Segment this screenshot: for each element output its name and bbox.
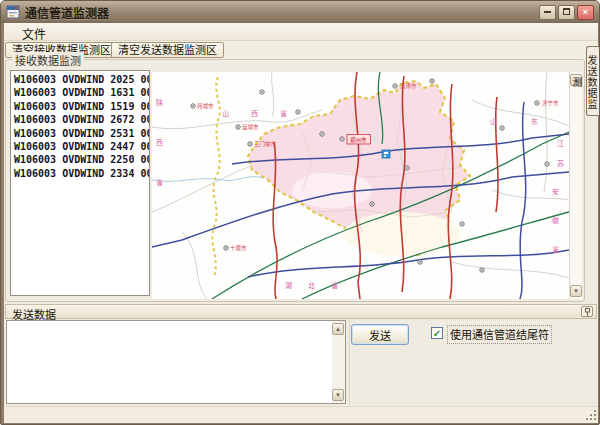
minimize-button[interactable] (539, 5, 556, 20)
city-marker-dot (501, 127, 503, 129)
map-label: 山西省 (222, 109, 309, 118)
list-item[interactable]: W106003 OVDWIND 2531 0015 99 (14, 127, 149, 140)
list-item[interactable]: W106003 OVDWIND 2025 0028 99 (14, 73, 149, 86)
send-input-scrollbar[interactable]: ▲ ▼ (332, 321, 345, 403)
send-panel-header[interactable]: 发送数据 (5, 304, 597, 319)
send-input[interactable] (7, 321, 331, 403)
resize-grip-icon[interactable] (586, 410, 596, 420)
map-label: 运城市 (242, 123, 259, 131)
list-item[interactable]: W106003 OVDWIND 2250 0026 99 (14, 153, 149, 166)
city-marker-dot (237, 126, 239, 128)
map-label: 济宁市 (542, 99, 559, 107)
city-marker-dot (341, 138, 343, 140)
map-label: 省 (552, 245, 559, 254)
list-item[interactable]: W106003 OVDWIND 2447 0024 99 (14, 140, 149, 153)
map-view[interactable]: 山西省山东陕西省安徽省江苏湖北省韩城市运城市三门峡市十堰市菏泽市济宁市郑州市 ▲… (152, 72, 582, 299)
statusbar (4, 406, 598, 423)
close-button[interactable]: × (577, 5, 594, 20)
map-label: 安 (552, 187, 559, 196)
send-input-wrap: ▲ ▼ (6, 320, 346, 404)
receive-groupbox: 接收数据监测 W106003 OVDWIND 2025 0028 99 W106… (5, 59, 585, 302)
map-label: 徽 (552, 216, 559, 225)
app-icon (6, 5, 20, 19)
map-scrollbar[interactable]: ▲ ▼ (569, 72, 582, 299)
arrow-down-icon[interactable]: ▼ (332, 389, 344, 401)
map-label: 郑州市 (350, 136, 367, 144)
city-marker-dot (461, 223, 463, 225)
list-item[interactable]: W106003 OVDWIND 2334 0022 99 (14, 167, 149, 180)
arrow-down-icon: ▼ (573, 288, 579, 294)
city-marker-dot (546, 163, 548, 165)
minimize-icon (544, 11, 551, 13)
selected-marker-detail (384, 155, 386, 157)
city-marker-dot (371, 203, 373, 205)
list-item[interactable]: W106003 OVDWIND 2672 0013 99 (14, 113, 149, 126)
send-monitor-tab[interactable]: 发送数据监测 (586, 46, 599, 116)
map-label: 菏泽市 (400, 82, 417, 90)
map-label: 省 (156, 178, 163, 187)
map-label: 韩城市 (197, 102, 214, 110)
map-image: 山西省山东陕西省安徽省江苏湖北省韩城市运城市三门峡市十堰市菏泽市济宁市郑州市 (152, 72, 569, 299)
receive-data-list[interactable]: W106003 OVDWIND 2025 0028 99 W106003 OVD… (10, 70, 150, 296)
pin-icon (584, 308, 591, 316)
map-selected-marker[interactable] (382, 150, 390, 158)
city-marker-dot (431, 80, 433, 82)
terminator-checkbox[interactable]: ✓ (431, 327, 443, 339)
arrow-up-icon[interactable]: ▲ (332, 323, 344, 335)
send-button[interactable]: 发送 (351, 324, 409, 345)
map-label: 苏 (557, 159, 564, 168)
receive-group-title: 接收数据监测 (12, 52, 84, 68)
terminator-checkbox-label[interactable]: 使用通信管道结尾符 (447, 325, 552, 344)
clear-send-button[interactable]: 清空发送数据监测区 (111, 42, 224, 58)
city-marker-dot (225, 247, 227, 249)
city-marker-dot (481, 269, 483, 271)
map-label: 陕 (156, 98, 163, 107)
selected-marker-detail (384, 152, 388, 154)
app-window: 通信管道监测器 × 文件 清空接收数据监测区 清空发送数据监测区 接收数据监测 … (0, 0, 600, 425)
close-icon: × (583, 7, 588, 17)
menubar: 文件 (4, 23, 598, 41)
city-marker-dot (192, 105, 194, 107)
city-marker-dot (249, 143, 251, 145)
scroll-down-button[interactable]: ▼ (570, 285, 582, 297)
map-label: 山东 (490, 117, 569, 126)
city-marker-dot (321, 133, 323, 135)
city-marker-dot (406, 167, 408, 169)
panel-splitter[interactable] (349, 320, 350, 404)
list-item[interactable]: W106003 OVDWIND 1519 0021 99 (14, 100, 149, 113)
window-title: 通信管道监测器 (25, 4, 109, 21)
map-label: 西 (156, 139, 163, 147)
map-label: 湖北省 (285, 281, 354, 290)
map-label: 三门峡市 (254, 140, 277, 148)
city-marker-dot (536, 102, 538, 104)
titlebar[interactable]: 通信管道监测器 × (1, 1, 599, 23)
client-area: 文件 清空接收数据监测区 清空发送数据监测区 接收数据监测 W106003 OV… (4, 23, 598, 423)
maximize-icon (563, 8, 570, 15)
list-item[interactable]: W106003 OVDWIND 1631 0026 99 (14, 86, 149, 99)
maximize-button[interactable] (558, 5, 575, 20)
map-label: 江 (557, 140, 564, 148)
city-marker-dot (394, 85, 396, 87)
pin-button[interactable] (581, 306, 593, 317)
city-marker-dot (261, 91, 263, 93)
map-label: 十堰市 (230, 244, 247, 252)
city-marker-dot (419, 261, 421, 263)
toolbar: 清空接收数据监测区 清空发送数据监测区 (4, 41, 598, 60)
